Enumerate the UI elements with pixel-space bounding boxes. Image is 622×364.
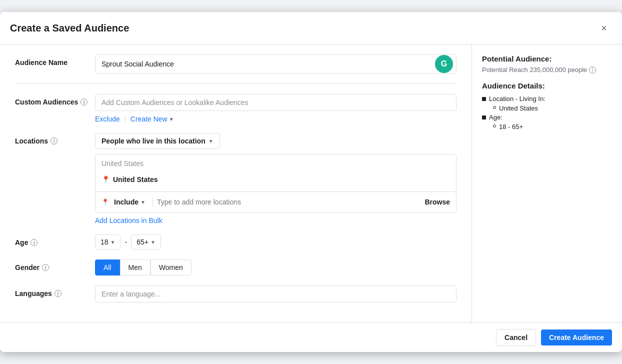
- location-type-input[interactable]: [157, 198, 425, 206]
- include-chevron-icon: ▼: [140, 200, 146, 205]
- location-box: United States 📍 United States 📍 Include …: [95, 154, 456, 212]
- detail-location: Location - Living In:: [482, 95, 612, 102]
- gender-row: Gender i All Men Women: [15, 260, 456, 276]
- languages-label: Languages i: [15, 286, 95, 298]
- gender-men-button[interactable]: Men: [120, 260, 150, 276]
- exclude-button[interactable]: Exclude: [95, 115, 120, 123]
- custom-audiences-label: Custom Audiences i: [15, 94, 95, 106]
- age-dash: -: [124, 238, 127, 246]
- gender-women-button[interactable]: Women: [150, 260, 192, 276]
- age-info-icon[interactable]: i: [30, 239, 38, 246]
- locations-info-icon[interactable]: i: [50, 138, 58, 144]
- form-section: Audience Name G Custom Audiences i: [0, 44, 472, 322]
- divider: [15, 84, 456, 84]
- age-min-chevron-icon: ▼: [110, 240, 116, 245]
- location-selected-item: 📍 United States: [102, 172, 450, 186]
- modal-footer: Cancel Create Audience: [0, 322, 622, 352]
- detail-location-sub: United States: [482, 104, 612, 112]
- potential-audience-title: Potential Audience:: [482, 54, 612, 63]
- modal-header: Create a Saved Audience ×: [0, 12, 622, 44]
- languages-info-icon[interactable]: i: [54, 290, 62, 297]
- custom-audiences-row: Custom Audiences i Exclude Create New ▼: [15, 94, 456, 123]
- age-row: Age i 18 ▼ - 65+ ▼: [15, 234, 456, 250]
- potential-reach-info-icon[interactable]: i: [589, 66, 596, 74]
- browse-button[interactable]: Browse: [424, 198, 450, 206]
- location-include-row: 📍 Include ▼ Browse: [96, 192, 456, 212]
- create-new-chevron-icon: ▼: [169, 116, 174, 122]
- create-audience-modal: Create a Saved Audience × Audience Name …: [0, 12, 622, 352]
- age-max-chevron-icon: ▼: [150, 240, 156, 245]
- cancel-button[interactable]: Cancel: [496, 329, 536, 346]
- age-min-dropdown[interactable]: 18 ▼: [95, 234, 120, 250]
- audience-name-label: Audience Name: [15, 54, 95, 66]
- audience-name-wrapper: G: [95, 54, 456, 74]
- audience-details-title: Audience Details:: [482, 82, 612, 90]
- location-search-text: United States: [102, 160, 450, 168]
- close-button[interactable]: ×: [596, 20, 612, 36]
- custom-audiences-info-icon[interactable]: i: [80, 98, 88, 106]
- age-content: 18 ▼ - 65+ ▼: [95, 234, 456, 250]
- include-dropdown[interactable]: Include ▼: [111, 196, 148, 208]
- custom-audiences-actions: Exclude Create New ▼: [95, 115, 456, 123]
- age-max-dropdown[interactable]: 65+ ▼: [131, 234, 161, 250]
- pin-icon: 📍: [102, 176, 110, 184]
- close-icon: ×: [601, 22, 607, 34]
- audience-name-input[interactable]: [96, 56, 435, 72]
- sidebar-section: Potential Audience: Potential Reach 235,…: [472, 44, 622, 322]
- create-new-button[interactable]: Create New ▼: [130, 115, 174, 123]
- modal-body: Audience Name G Custom Audiences i: [0, 44, 622, 322]
- custom-audiences-input[interactable]: [95, 94, 456, 111]
- age-selectors: 18 ▼ - 65+ ▼: [95, 234, 456, 250]
- audience-name-row: Audience Name G: [15, 54, 456, 74]
- detail-age-sub-bullet: [493, 124, 496, 128]
- locations-content: People who live in this location ▼ Unite…: [95, 133, 456, 224]
- potential-reach-text: Potential Reach 235,000,000 people i: [482, 66, 612, 74]
- audience-name-content: G: [95, 54, 456, 74]
- detail-age-bullet: [482, 116, 486, 120]
- gender-content: All Men Women: [95, 260, 456, 276]
- modal-title: Create a Saved Audience: [10, 22, 129, 34]
- custom-audiences-content: Exclude Create New ▼: [95, 94, 456, 123]
- gender-label: Gender i: [15, 260, 95, 272]
- gender-buttons: All Men Women: [95, 260, 456, 276]
- location-type-dropdown[interactable]: People who live in this location ▼: [95, 133, 220, 149]
- vertical-divider: [125, 116, 126, 122]
- location-pin-icon: 📍: [102, 198, 109, 206]
- detail-age-sub: 18 - 65+: [482, 123, 612, 130]
- languages-content: [95, 286, 456, 302]
- gender-all-button[interactable]: All: [95, 260, 120, 276]
- age-label: Age i: [15, 234, 95, 246]
- languages-row: Languages i: [15, 286, 456, 302]
- location-search-area: United States 📍 United States: [96, 154, 456, 192]
- languages-input[interactable]: [95, 286, 456, 302]
- detail-location-sub-bullet: [493, 106, 496, 109]
- create-audience-button[interactable]: Create Audience: [541, 330, 612, 346]
- detail-location-bullet: [482, 97, 486, 101]
- add-locations-bulk-link[interactable]: Add Locations in Bulk: [95, 216, 162, 224]
- location-type-chevron-icon: ▼: [208, 138, 214, 144]
- locations-row: Locations i People who live in this loca…: [15, 133, 456, 224]
- locations-label: Locations i: [15, 133, 95, 145]
- detail-age: Age:: [482, 114, 612, 121]
- avatar: G: [435, 55, 453, 73]
- gender-info-icon[interactable]: i: [42, 264, 49, 271]
- include-separator: [152, 197, 153, 207]
